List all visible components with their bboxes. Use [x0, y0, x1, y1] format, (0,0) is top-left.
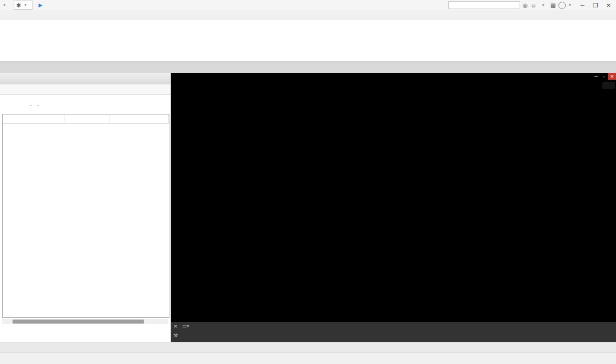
drawing-window-controls: ─ ▫ ✕	[592, 73, 616, 80]
chevron-down-icon: ▾	[25, 3, 27, 7]
help-button[interactable]	[558, 2, 566, 9]
column-header	[110, 114, 169, 123]
layout-tabbar	[0, 342, 616, 352]
minimize-button[interactable]: ─	[577, 2, 587, 9]
close-button[interactable]: ✕	[603, 2, 614, 9]
drawing-minimize-button[interactable]: ─	[592, 73, 600, 80]
workspace-dropdown[interactable]: ✱ ▾	[14, 1, 33, 10]
system-diagram-panel	[0, 73, 171, 342]
ribbon-tabbar	[0, 10, 616, 20]
scrollbar-thumb[interactable]	[13, 320, 144, 324]
app-menu-caret-icon[interactable]: ▾	[3, 3, 6, 7]
help-caret-icon[interactable]: ▾	[569, 3, 571, 7]
panel-title	[0, 73, 171, 84]
column-header	[3, 114, 64, 123]
share-plane-icon: ▶	[38, 2, 42, 8]
drawing-viewport[interactable]: ─ ▫ ✕	[171, 73, 616, 322]
command-line[interactable]: ✕ ⚒ ▭▾	[171, 322, 616, 342]
restore-button[interactable]: ❐	[590, 2, 601, 9]
file-tabbar	[0, 62, 616, 73]
command-close-icon[interactable]: ✕	[173, 324, 178, 329]
horizontal-scrollbar[interactable]	[2, 319, 168, 324]
share-button[interactable]: ▶	[38, 2, 44, 8]
titlebar: ▾ ✱ ▾ ▶ ◎ ☺ ▾ ▦ ▾ ─ ❐ ✕	[0, 0, 616, 11]
recent-commands-icon[interactable]: ▭▾	[183, 323, 189, 330]
gear-icon: ✱	[17, 2, 21, 9]
apps-store-icon[interactable]: ▦	[550, 2, 556, 9]
navigation-bar	[602, 82, 615, 89]
column-header	[64, 114, 110, 123]
drawing-restore-button[interactable]: ▫	[600, 73, 608, 80]
panel-tabbar	[0, 84, 171, 95]
quick-access-toolbar: ▾ ✱ ▾ ▶	[0, 1, 44, 10]
drawing-close-button[interactable]: ✕	[608, 73, 616, 80]
circuit-tree-table[interactable]	[2, 114, 169, 318]
pick-cabinet-button[interactable]	[30, 104, 32, 105]
table-header-row	[3, 114, 169, 124]
ribbon	[0, 20, 616, 62]
statusbar	[0, 352, 616, 364]
application-window: ▾ ✱ ▾ ▶ ◎ ☺ ▾ ▦ ▾ ─ ❐ ✕	[0, 0, 616, 364]
customize-command-icon[interactable]: ⚒	[173, 333, 178, 338]
search-input[interactable]	[448, 1, 520, 9]
search-icon[interactable]: ◎	[523, 2, 528, 9]
pick-circuit-button[interactable]	[37, 104, 39, 105]
account-icon[interactable]: ☺	[530, 2, 536, 9]
signin-caret-icon[interactable]: ▾	[542, 3, 545, 7]
